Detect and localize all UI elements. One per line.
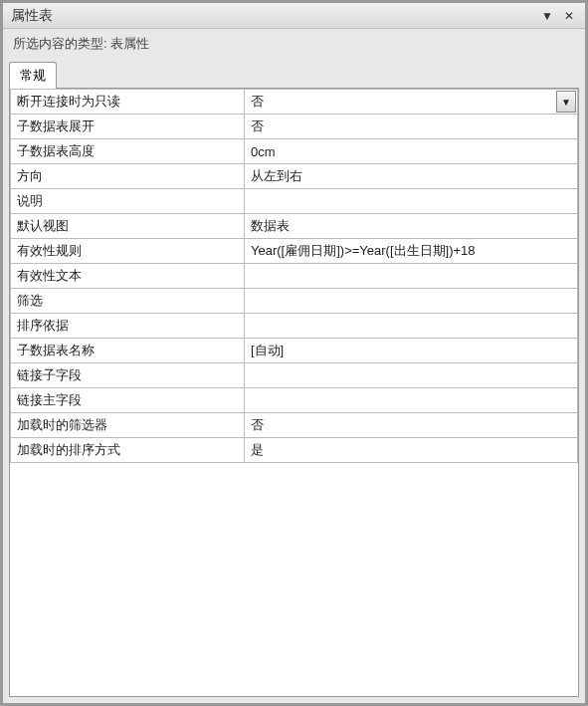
- property-value-cell[interactable]: [245, 388, 578, 413]
- property-value: Year([雇佣日期])>=Year([出生日期])+18: [251, 242, 476, 260]
- close-icon[interactable]: ✕: [561, 9, 577, 23]
- property-label[interactable]: 子数据表高度: [11, 139, 245, 164]
- property-value-cell[interactable]: 否▼: [245, 90, 578, 115]
- property-table: 断开连接时为只读否▼子数据表展开否子数据表高度0cm方向从左到右说明默认视图数据…: [10, 89, 578, 463]
- titlebar: 属性表 ▼ ✕: [3, 3, 585, 29]
- property-label[interactable]: 加载时的排序方式: [11, 438, 245, 463]
- property-value-cell[interactable]: 从左到右: [245, 164, 578, 189]
- property-row: 链接子字段: [11, 363, 578, 388]
- property-value-cell[interactable]: 数据表: [245, 214, 578, 239]
- property-grid: 断开连接时为只读否▼子数据表展开否子数据表高度0cm方向从左到右说明默认视图数据…: [9, 88, 579, 697]
- property-value: 否: [251, 118, 264, 135]
- property-label[interactable]: 有效性文本: [11, 264, 245, 289]
- property-value-cell[interactable]: Year([雇佣日期])>=Year([出生日期])+18: [245, 239, 578, 264]
- property-label[interactable]: 有效性规则: [11, 239, 245, 264]
- property-value-cell[interactable]: 否: [245, 115, 578, 139]
- property-row: 说明: [11, 189, 578, 214]
- property-label[interactable]: 筛选: [11, 289, 245, 314]
- property-value: [自动]: [251, 342, 284, 359]
- property-label[interactable]: 断开连接时为只读: [11, 90, 245, 115]
- property-row: 子数据表名称[自动]: [11, 339, 578, 363]
- property-row: 子数据表高度0cm: [11, 139, 578, 164]
- property-row: 有效性规则Year([雇佣日期])>=Year([出生日期])+18: [11, 239, 578, 264]
- property-value-cell[interactable]: [245, 189, 578, 214]
- minimize-icon[interactable]: ▼: [539, 9, 555, 23]
- property-value-cell[interactable]: [245, 289, 578, 314]
- property-label[interactable]: 链接子字段: [11, 363, 245, 388]
- property-value-cell[interactable]: 0cm: [245, 139, 578, 164]
- property-row: 断开连接时为只读否▼: [11, 90, 578, 115]
- chevron-down-icon: ▼: [561, 97, 571, 108]
- titlebar-controls: ▼ ✕: [539, 9, 577, 23]
- property-value-cell[interactable]: [245, 314, 578, 339]
- property-label[interactable]: 加载时的筛选器: [11, 413, 245, 438]
- property-value: 0cm: [251, 144, 276, 159]
- property-row: 默认视图数据表: [11, 214, 578, 239]
- property-label[interactable]: 链接主字段: [11, 388, 245, 413]
- selection-type-label: 所选内容的类型: 表属性: [3, 29, 585, 59]
- property-value-cell[interactable]: [自动]: [245, 339, 578, 363]
- panel-title: 属性表: [11, 7, 53, 25]
- property-value: 否: [251, 416, 264, 434]
- subtitle-prefix: 所选内容的类型:: [13, 36, 107, 51]
- property-label[interactable]: 子数据表展开: [11, 115, 245, 139]
- property-value-cell[interactable]: 否: [245, 413, 578, 438]
- property-row: 有效性文本: [11, 264, 578, 289]
- property-row: 加载时的排序方式是: [11, 438, 578, 463]
- property-row: 子数据表展开否: [11, 115, 578, 139]
- property-row: 排序依据: [11, 314, 578, 339]
- property-sheet-panel: 属性表 ▼ ✕ 所选内容的类型: 表属性 常规 断开连接时为只读否▼子数据表展开…: [0, 0, 588, 706]
- property-label[interactable]: 方向: [11, 164, 245, 189]
- property-value: 从左到右: [251, 167, 302, 185]
- tab-bar: 常规: [3, 61, 585, 88]
- property-value: 数据表: [251, 217, 290, 235]
- property-row: 链接主字段: [11, 388, 578, 413]
- property-value: 是: [251, 441, 264, 459]
- dropdown-button[interactable]: ▼: [556, 91, 576, 113]
- property-label[interactable]: 排序依据: [11, 314, 245, 339]
- property-label[interactable]: 子数据表名称: [11, 339, 245, 363]
- property-value-cell[interactable]: [245, 363, 578, 388]
- subtitle-value: 表属性: [110, 36, 149, 51]
- property-row: 加载时的筛选器否: [11, 413, 578, 438]
- property-row: 筛选: [11, 289, 578, 314]
- property-value-cell[interactable]: [245, 264, 578, 289]
- property-label[interactable]: 默认视图: [11, 214, 245, 239]
- property-label[interactable]: 说明: [11, 189, 245, 214]
- tab-general[interactable]: 常规: [9, 62, 57, 89]
- property-row: 方向从左到右: [11, 164, 578, 189]
- property-value-cell[interactable]: 是: [245, 438, 578, 463]
- property-value: 否: [251, 93, 264, 111]
